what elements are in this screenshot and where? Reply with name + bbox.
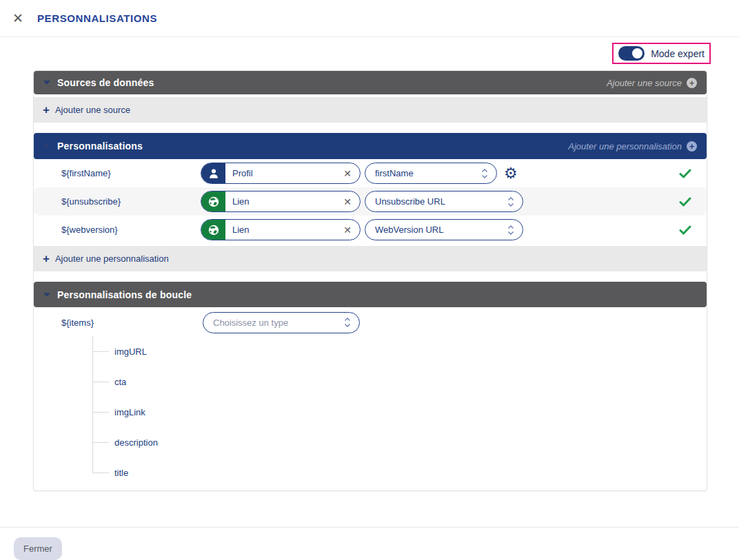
expert-mode-highlight-box: Mode expert xyxy=(612,43,711,64)
valid-check-icon xyxy=(679,225,691,235)
section-header-sources[interactable]: Sources de données Ajouter une source xyxy=(34,71,707,94)
toggle-knob xyxy=(632,48,642,59)
variable-label: ${firstName} xyxy=(61,168,201,178)
select-value: Unsubscribe URL xyxy=(375,196,503,207)
plus-circle-icon xyxy=(687,141,697,152)
section-header-boucle[interactable]: Personnalisations de boucle xyxy=(34,282,707,307)
add-source-band[interactable]: Ajouter une source xyxy=(34,97,707,123)
section-header-personnalisations[interactable]: Personnalisations Ajouter une personnali… xyxy=(34,133,707,159)
type-pill-profil: Profil xyxy=(201,163,361,184)
caret-down-icon xyxy=(43,81,50,85)
link-globe-icon xyxy=(201,191,225,211)
valid-check-icon xyxy=(679,197,691,207)
items-row: ${items} Choisissez un type xyxy=(61,309,707,336)
plus-circle-icon xyxy=(687,78,697,88)
clear-type-icon[interactable] xyxy=(343,225,360,236)
caret-down-icon xyxy=(43,293,50,297)
section-title-boucle: Personnalisations de boucle xyxy=(57,289,192,300)
personalisations-panel: Sources de données Ajouter une source Aj… xyxy=(33,70,707,491)
section-title-personnalisations: Personnalisations xyxy=(57,141,143,152)
type-pill-lien: Lien xyxy=(201,219,361,240)
value-select-webversion[interactable]: WebVersion URL xyxy=(365,219,523,240)
close-icon[interactable] xyxy=(10,10,26,27)
personnalisation-row-unsubscribe: ${unsubscribe} Lien Unsubscribe URL xyxy=(34,187,707,216)
chevrons-updown-icon xyxy=(507,225,514,236)
boucle-content: ${items} Choisissez un type imgURL cta i… xyxy=(34,307,707,488)
personnalisation-row-firstname: ${firstName} Profil firstName xyxy=(34,159,707,187)
personnalisation-row-webversion: ${webversion} Lien WebVersion URL xyxy=(34,216,707,244)
add-personnalisation-action[interactable]: Ajouter une personnalisation xyxy=(568,141,697,152)
modal-header: PERSONNALISATIONS xyxy=(0,0,739,37)
chevrons-updown-icon xyxy=(507,196,514,207)
tree-item-title: title xyxy=(92,457,707,488)
expert-mode-row: Mode expert xyxy=(0,43,711,64)
caret-down-icon xyxy=(43,144,50,148)
tree-item-description: description xyxy=(92,427,707,457)
select-value: WebVersion URL xyxy=(375,225,503,235)
plus-icon xyxy=(43,103,50,117)
section-title-sources: Sources de données xyxy=(57,77,154,88)
add-personnalisation-band-label: Ajouter une personnalisation xyxy=(55,253,169,264)
variable-label: ${unsubscribe} xyxy=(61,196,201,207)
modal-footer: Fermer xyxy=(0,527,739,560)
type-label: Profil xyxy=(225,168,343,178)
chevrons-updown-icon xyxy=(481,168,488,179)
expert-mode-toggle[interactable] xyxy=(618,46,645,61)
tree-item-cta: cta xyxy=(92,366,707,397)
select-placeholder: Choisissez un type xyxy=(213,318,340,328)
type-pill-lien: Lien xyxy=(201,191,361,212)
value-select-unsubscribe[interactable]: Unsubscribe URL xyxy=(365,191,523,212)
tree-item-imgurl: imgURL xyxy=(92,336,707,366)
tree-item-imglink: imgLink xyxy=(92,397,707,427)
expert-mode-label: Mode expert xyxy=(651,48,705,59)
link-globe-icon xyxy=(201,220,225,240)
valid-check-icon xyxy=(679,169,691,178)
loop-type-select[interactable]: Choisissez un type xyxy=(203,312,360,333)
page-title: PERSONNALISATIONS xyxy=(37,12,157,24)
clear-type-icon[interactable] xyxy=(343,168,360,179)
add-source-action[interactable]: Ajouter une source xyxy=(607,78,697,88)
variable-label: ${items} xyxy=(61,318,203,328)
add-personnalisation-action-label: Ajouter une personnalisation xyxy=(568,141,682,152)
select-value: firstName xyxy=(375,168,477,178)
clear-type-icon[interactable] xyxy=(343,196,360,207)
type-label: Lien xyxy=(225,225,343,235)
profile-icon xyxy=(201,163,225,183)
chevrons-updown-icon xyxy=(344,317,351,328)
value-select-firstname[interactable]: firstName xyxy=(365,163,497,184)
type-label: Lien xyxy=(225,196,343,207)
add-source-band-label: Ajouter une source xyxy=(55,105,130,115)
plus-icon xyxy=(43,252,50,266)
add-source-action-label: Ajouter une source xyxy=(607,78,682,88)
add-personnalisation-band[interactable]: Ajouter une personnalisation xyxy=(34,246,707,271)
loop-variables-tree: imgURL cta imgLink description title xyxy=(92,336,707,488)
close-button[interactable]: Fermer xyxy=(14,537,62,560)
settings-gear-icon[interactable] xyxy=(504,166,518,181)
variable-label: ${webversion} xyxy=(61,225,201,235)
